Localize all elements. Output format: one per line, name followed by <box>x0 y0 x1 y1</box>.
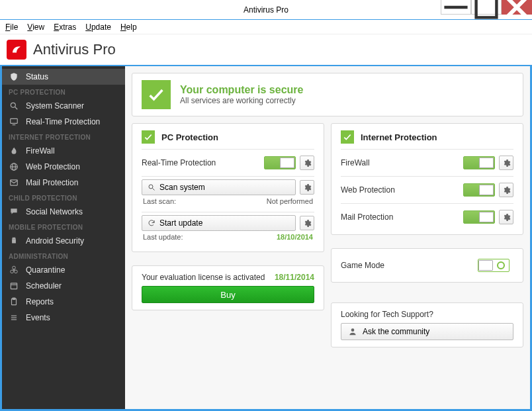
last-update-value: 18/10/2014 <box>277 233 313 241</box>
scan-button-label: Scan system <box>159 183 205 192</box>
sidebar-item-system-scanner[interactable]: System Scanner <box>2 98 125 114</box>
gamemode-toggle[interactable] <box>478 259 510 272</box>
svg-line-5 <box>15 107 18 110</box>
avira-logo-icon <box>7 40 26 60</box>
status-subtitle: All services are working correctly <box>180 96 303 105</box>
sidebar-header-child: CHILD PROTECTION <box>2 191 125 204</box>
sidebar-item-quarantine[interactable]: Quarantine <box>2 262 125 278</box>
realtime-settings-button[interactable] <box>300 156 314 170</box>
window-controls <box>441 0 532 15</box>
firewall-label: FireWall <box>341 158 463 167</box>
sidebar-item-mail[interactable]: Mail Protection <box>2 175 125 191</box>
scan-system-button[interactable]: Scan system <box>142 179 296 195</box>
license-date: 18/11/2014 <box>275 273 314 282</box>
chat-icon <box>9 206 19 217</box>
svg-line-14 <box>15 237 15 238</box>
update-settings-button[interactable] <box>300 216 314 230</box>
last-update-label: Last update: <box>143 233 277 241</box>
sidebar-header-mobile: MOBILE PROTECTION <box>2 220 125 233</box>
gamemode-label: Game Mode <box>341 261 478 270</box>
main-area: Status PC PROTECTION System Scanner Real… <box>0 65 532 411</box>
check-icon <box>142 80 171 109</box>
sidebar-item-label: Real-Time Protection <box>26 117 100 126</box>
app-title: Antivirus Pro <box>33 41 116 58</box>
sidebar-item-label: Status <box>26 72 48 81</box>
refresh-icon <box>148 219 155 227</box>
sidebar-header-internet: INTERNET PROTECTION <box>2 130 125 143</box>
menu-view[interactable]: View <box>27 23 44 32</box>
maximize-button[interactable] <box>471 0 502 15</box>
pc-protection-panel: PC Protection Real-Time Protection Scan … <box>132 123 324 252</box>
last-scan-label: Last scan: <box>143 197 267 205</box>
sidebar-item-label: FireWall <box>26 146 55 156</box>
menu-help[interactable]: Help <box>120 23 137 32</box>
clipboard-icon <box>9 297 19 307</box>
sidebar-header-admin: ADMINISTRATION <box>2 249 125 262</box>
internet-protection-title: Internet Protection <box>361 132 437 142</box>
svg-point-28 <box>351 328 355 332</box>
sidebar-item-realtime[interactable]: Real-Time Protection <box>2 114 125 130</box>
svg-point-26 <box>149 185 153 189</box>
search-icon <box>9 101 19 111</box>
monitor-icon <box>9 116 19 127</box>
realtime-toggle[interactable] <box>264 156 296 169</box>
menu-update[interactable]: Update <box>85 23 111 32</box>
firewall-toggle[interactable] <box>463 156 495 169</box>
sidebar-item-label: Quarantine <box>26 265 65 275</box>
svg-line-27 <box>153 189 155 191</box>
window-title: Antivirus Pro <box>244 5 288 15</box>
mail-settings-button[interactable] <box>499 210 513 224</box>
search-icon <box>148 183 155 191</box>
svg-rect-12 <box>12 240 16 244</box>
android-icon <box>9 236 19 246</box>
sidebar-item-label: Mail Protection <box>26 178 78 187</box>
sidebar-item-android[interactable]: Android Security <box>2 233 125 249</box>
internet-protection-panel: Internet Protection FireWall Web Protect… <box>331 123 523 235</box>
sidebar: Status PC PROTECTION System Scanner Real… <box>2 66 125 409</box>
app-header: Antivirus Pro <box>0 34 532 65</box>
start-update-button[interactable]: Start update <box>142 215 296 231</box>
minimize-button[interactable] <box>441 0 471 15</box>
pc-protection-title: PC Protection <box>161 132 218 142</box>
mail-protection-toggle[interactable] <box>463 210 495 224</box>
realtime-label: Real-Time Protection <box>142 158 264 167</box>
sidebar-item-label: System Scanner <box>26 101 84 111</box>
globe-icon <box>9 161 19 172</box>
close-button[interactable] <box>502 0 532 15</box>
gamemode-panel: Game Mode <box>331 248 523 283</box>
ask-community-button[interactable]: Ask the community <box>341 323 513 340</box>
sidebar-item-label: Social Networks <box>26 207 83 216</box>
svg-rect-19 <box>11 283 17 289</box>
sidebar-item-scheduler[interactable]: Scheduler <box>2 278 125 294</box>
sidebar-item-social[interactable]: Social Networks <box>2 204 125 220</box>
calendar-icon <box>9 281 19 291</box>
firewall-settings-button[interactable] <box>499 156 513 170</box>
sidebar-item-events[interactable]: Events <box>2 310 125 326</box>
sidebar-item-reports[interactable]: Reports <box>2 294 125 310</box>
mail-protection-label: Mail Protection <box>341 212 463 222</box>
menu-extras[interactable]: Extras <box>54 23 76 32</box>
svg-point-16 <box>13 266 16 269</box>
scan-settings-button[interactable] <box>300 180 314 195</box>
sidebar-item-label: Web Protection <box>26 162 80 171</box>
sidebar-item-label: Android Security <box>26 236 84 246</box>
license-text: Your evaluation license is activated <box>142 273 265 282</box>
sidebar-item-web[interactable]: Web Protection <box>2 159 125 175</box>
sidebar-item-firewall[interactable]: FireWall <box>2 143 125 159</box>
svg-line-13 <box>13 237 13 238</box>
biohazard-icon <box>9 265 19 275</box>
menu-file[interactable]: File <box>5 23 18 32</box>
svg-rect-6 <box>11 118 18 123</box>
menubar: File View Extras Update Help <box>0 20 532 34</box>
list-icon <box>9 312 19 323</box>
support-button-label: Ask the community <box>363 327 429 336</box>
sidebar-item-status[interactable]: Status <box>2 69 125 85</box>
license-panel: Your evaluation license is activated 18/… <box>132 265 324 310</box>
buy-button[interactable]: Buy <box>142 286 314 303</box>
check-icon <box>341 130 354 144</box>
person-icon <box>348 327 357 336</box>
web-settings-button[interactable] <box>499 183 513 197</box>
web-protection-toggle[interactable] <box>463 183 495 197</box>
support-label: Looking for Tech Support? <box>341 310 513 319</box>
svg-point-17 <box>11 270 14 273</box>
